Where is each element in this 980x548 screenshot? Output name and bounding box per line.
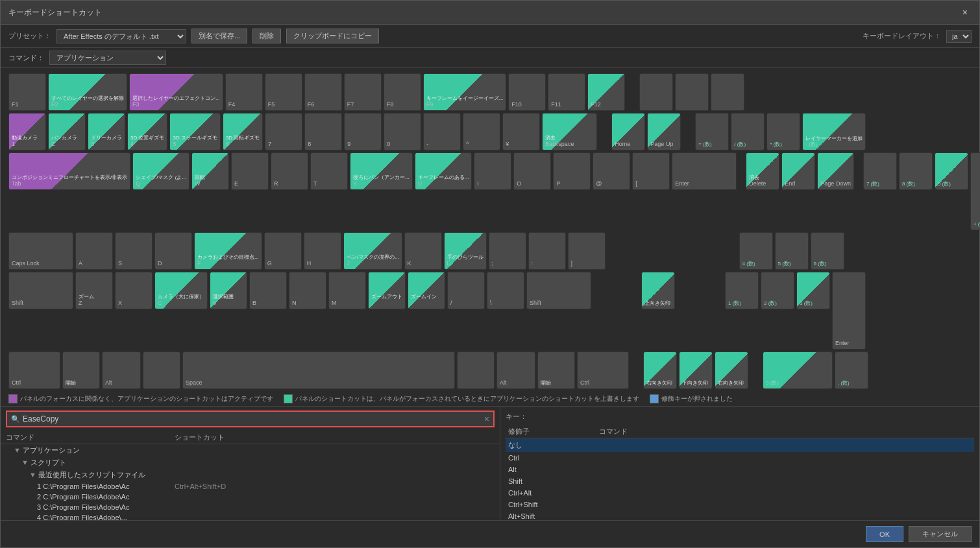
key-enter[interactable]: Enter	[672, 152, 737, 190]
key-num3[interactable]: 3 (数)	[796, 272, 830, 309]
key-slash[interactable]: /	[447, 272, 485, 309]
key-f[interactable]: カメラおよびその目標点... F	[194, 232, 262, 270]
key-semicolon[interactable]: ;	[489, 232, 526, 270]
key-minus[interactable]: ^	[463, 113, 500, 150]
key-f10[interactable]: F10	[508, 73, 546, 111]
key-pagedown[interactable]: Page Down	[817, 152, 854, 190]
key-u[interactable]: キーフレームのある... U	[415, 152, 472, 190]
key-i[interactable]: I	[474, 152, 511, 190]
key-0[interactable]: -	[423, 113, 461, 150]
key-m[interactable]: M	[328, 272, 366, 309]
key-c[interactable]: カメラ（大に保家） C	[154, 272, 208, 309]
key-a[interactable]: A	[75, 232, 113, 270]
key-num6[interactable]: 6 (数)	[811, 232, 844, 270]
key-prtsc[interactable]	[639, 73, 673, 111]
ok-button[interactable]: OK	[866, 526, 903, 542]
key-backspace[interactable]: 消去 Backspace	[542, 113, 597, 150]
key-left[interactable]: 右向き矢印	[643, 351, 677, 389]
key-pause[interactable]	[711, 73, 744, 111]
key-3[interactable]: 3D 位置ギズモ 4	[127, 113, 167, 150]
key-right[interactable]: 右向き矢印	[715, 351, 748, 389]
key-ctrl-left[interactable]: Ctrl	[8, 351, 60, 389]
key-backtick[interactable]: 動遠カメラ 1	[8, 113, 46, 150]
list-item[interactable]: 2 C:\Program Files\Adobe\Ac	[1, 492, 500, 502]
key-num4[interactable]: 4 (数)	[739, 232, 773, 270]
key-num1[interactable]: 1 (数)	[725, 272, 759, 309]
modifier-row-alt[interactable]: Alt	[506, 464, 974, 475]
key-win-right[interactable]: 開始	[537, 351, 575, 389]
key-f9[interactable]: キーフレームをイージーイーズ... F9	[423, 73, 507, 111]
key-win-left[interactable]: 開始	[62, 351, 100, 389]
key-num8[interactable]: 8 (数)	[899, 152, 933, 190]
key-f4[interactable]: F4	[225, 73, 263, 111]
key-alt-left[interactable]: Alt	[102, 351, 141, 389]
key-num-enter[interactable]: Enter	[832, 272, 866, 350]
key-down[interactable]: 下向き矢印	[679, 351, 713, 389]
modifier-row-none[interactable]: なし	[506, 438, 974, 452]
key-num9[interactable]: 9 (数)	[935, 152, 968, 190]
key-num5[interactable]: 5 (数)	[775, 232, 809, 270]
modifier-row-ctrl[interactable]: Ctrl	[506, 452, 974, 464]
key-e[interactable]: E	[231, 152, 269, 190]
list-item[interactable]: 4 C:\Program Files\Adobe\...	[1, 512, 500, 520]
key-backslash[interactable]: ]	[568, 232, 606, 270]
key-period[interactable]: ズームイン .	[408, 272, 445, 309]
list-item[interactable]: ▼最近使用したスクリプトファイル	[1, 469, 500, 481]
key-end[interactable]: End	[781, 152, 815, 190]
key-henkan[interactable]	[457, 351, 495, 389]
command-select[interactable]: アプリケーション	[49, 51, 166, 65]
list-item[interactable]: ▼アプリケーション	[1, 444, 500, 457]
key-num-eq[interactable]: = (数)	[695, 113, 729, 150]
key-f12[interactable]: F12	[587, 73, 625, 111]
key-num-div[interactable]: / (数)	[731, 113, 765, 150]
key-space[interactable]: Space	[182, 351, 455, 389]
key-del[interactable]: 消去 Delete	[746, 152, 779, 190]
key-s[interactable]: S	[115, 232, 153, 270]
key-b[interactable]: B	[249, 272, 287, 309]
key-d[interactable]: D	[154, 232, 192, 270]
save-as-button[interactable]: 別名で保存...	[191, 29, 247, 43]
list-item[interactable]: ▼スクリプト	[1, 457, 500, 469]
key-shift-right[interactable]: Shift	[526, 272, 591, 309]
key-f8[interactable]: F8	[384, 73, 421, 111]
list-item[interactable]: 3 C:\Program Files\Adobe\Ac	[1, 502, 500, 512]
key-f5[interactable]: F5	[265, 73, 302, 111]
key-v[interactable]: 選択範囲 V	[210, 272, 247, 309]
key-2[interactable]: ドリーカメラ 3	[88, 113, 125, 150]
key-j[interactable]: ペン/マスクの境界の... J	[343, 232, 402, 270]
key-num0[interactable]: 0 (数)	[763, 351, 833, 389]
key-h[interactable]: H	[304, 232, 341, 270]
key-g[interactable]: G	[264, 232, 302, 270]
modifier-row-ctrl-shift[interactable]: Ctrl+Shift	[506, 499, 974, 510]
key-z[interactable]: ズーム Z	[75, 272, 113, 309]
key-5[interactable]: 3D 回転ギズモ 6	[223, 113, 263, 150]
key-pageup[interactable]: Page Up	[647, 113, 681, 150]
key-6[interactable]: 7	[265, 113, 302, 150]
key-w[interactable]: 回転 W	[191, 152, 229, 190]
key-l[interactable]: 手のひらツール L	[444, 232, 487, 270]
key-n[interactable]: N	[289, 272, 326, 309]
key-quote[interactable]: :	[528, 232, 566, 270]
key-num2[interactable]: 2 (数)	[761, 272, 794, 309]
key-8[interactable]: 9	[344, 113, 382, 150]
key-alt-right[interactable]: Alt	[496, 351, 535, 389]
key-num7[interactable]: 7 (数)	[863, 152, 897, 190]
search-clear-button[interactable]: ×	[484, 414, 489, 424]
key-rbracket[interactable]: [	[632, 152, 670, 190]
key-f11[interactable]: F11	[548, 73, 585, 111]
key-num-minus[interactable]: レイヤーマーカーを追加 - (数)	[802, 113, 866, 150]
key-home[interactable]: Home	[611, 113, 645, 150]
key-f2[interactable]: すべてのレイヤーの選択を解除 F2	[48, 73, 127, 111]
key-f1[interactable]: F1	[8, 73, 46, 111]
key-num-plus[interactable]: + (数)	[970, 152, 980, 230]
key-k[interactable]: K	[404, 232, 442, 270]
modifier-row-shift[interactable]: Shift	[506, 475, 974, 487]
key-muhenkan[interactable]	[143, 351, 180, 389]
key-9[interactable]: 0	[384, 113, 421, 150]
delete-button[interactable]: 削除	[252, 29, 281, 43]
key-up[interactable]: 上向き矢印	[641, 272, 675, 309]
key-ro[interactable]: \	[487, 272, 524, 309]
key-7[interactable]: 8	[304, 113, 342, 150]
key-1[interactable]: パンカメラ Z	[48, 113, 86, 150]
key-tab[interactable]: コンポジションミニフローチャートを表示/非表示 Tab	[8, 152, 130, 190]
